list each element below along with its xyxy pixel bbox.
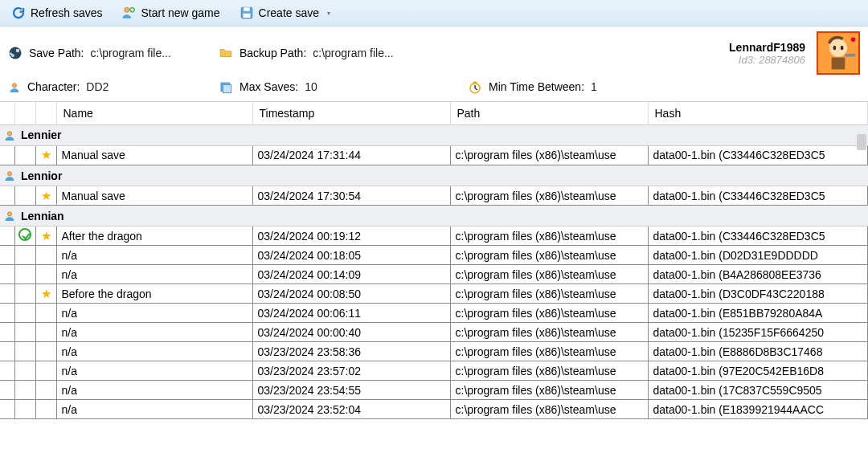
dropdown-arrow-icon[interactable]: ▾ (327, 10, 330, 17)
table-row[interactable]: n/a03/24/2024 00:18:05c:\program files (… (0, 246, 868, 265)
row-timestamp: 03/23/2024 23:58:36 (252, 342, 450, 361)
star-icon: ★ (41, 148, 51, 161)
avatar[interactable] (817, 31, 860, 75)
row-hash: data00-1.bin (D02D31E9DDDDD (648, 246, 868, 265)
row-star-cell[interactable] (35, 381, 56, 400)
group-row[interactable]: Lennior (0, 165, 868, 186)
row-status-cell (14, 304, 35, 323)
col-timestamp-header[interactable]: Timestamp (252, 102, 450, 125)
user-id: Id3: 28874806 (729, 54, 805, 66)
col-spacer-header[interactable] (0, 102, 14, 125)
table-row[interactable]: n/a03/23/2024 23:52:04c:\program files (… (0, 400, 868, 419)
row-hash: data00-1.bin (15235F15F6664250 (648, 323, 868, 342)
svg-point-21 (7, 172, 11, 176)
svg-rect-19 (473, 81, 477, 83)
character-value[interactable]: DD2 (86, 80, 108, 93)
row-timestamp: 03/23/2024 23:52:04 (252, 400, 450, 419)
save-path-value[interactable]: c:\program file... (91, 47, 171, 59)
row-star-cell[interactable]: ★ (35, 226, 56, 246)
col-name-header[interactable]: Name (56, 102, 252, 125)
row-spacer (0, 361, 14, 381)
row-path: c:\program files (x86)\steam\use (450, 186, 648, 206)
saves-table-wrap[interactable]: Name Timestamp Path Hash Lennier★Manual … (0, 101, 868, 461)
refresh-icon (11, 6, 26, 20)
table-row[interactable]: n/a03/23/2024 23:57:02c:\program files (… (0, 361, 868, 381)
table-row[interactable]: ★Before the dragon03/24/2024 00:08:50c:\… (0, 284, 868, 304)
table-row[interactable]: ★After the dragon03/24/2024 00:19:12c:\p… (0, 226, 868, 246)
row-star-cell[interactable]: ★ (35, 284, 56, 304)
table-row[interactable]: n/a03/24/2024 00:14:09c:\program files (… (0, 265, 868, 284)
row-timestamp: 03/24/2024 00:14:09 (252, 265, 450, 284)
row-name: n/a (56, 304, 252, 323)
row-spacer (0, 342, 14, 361)
row-star-cell[interactable] (35, 304, 56, 323)
row-spacer (0, 246, 14, 265)
start-new-game-button[interactable]: Start new game (117, 3, 224, 22)
row-status-cell (14, 145, 35, 165)
row-star-cell[interactable]: ★ (35, 186, 56, 206)
row-timestamp: 03/24/2024 00:08:50 (252, 284, 450, 304)
row-spacer (0, 304, 14, 323)
row-status-cell (14, 265, 35, 284)
svg-point-0 (125, 8, 129, 13)
row-star-cell[interactable] (35, 323, 56, 342)
row-spacer (0, 226, 14, 246)
row-spacer (0, 323, 14, 342)
table-row[interactable]: ★Manual save03/24/2024 17:30:54c:\progra… (0, 186, 868, 206)
table-row[interactable]: n/a03/23/2024 23:54:55c:\program files (… (0, 381, 868, 400)
table-row[interactable]: ★Manual save03/24/2024 17:31:44c:\progra… (0, 145, 868, 165)
col-hash-header[interactable]: Hash (648, 102, 868, 125)
row-star-cell[interactable] (35, 246, 56, 265)
row-hash: data00-1.bin (D3C0DF43C220188 (648, 284, 868, 304)
group-row[interactable]: Lennian (0, 206, 868, 226)
group-row[interactable]: Lennier (0, 124, 868, 145)
row-star-cell[interactable]: ★ (35, 145, 56, 165)
svg-point-6 (16, 49, 20, 53)
table-row[interactable]: n/a03/23/2024 23:58:36c:\program files (… (0, 342, 868, 361)
row-star-cell[interactable] (35, 361, 56, 381)
row-status-cell (14, 342, 35, 361)
row-hash: data00-1.bin (97E20C542EB16D8 (648, 361, 868, 381)
person-icon (8, 80, 21, 94)
row-star-cell[interactable] (35, 342, 56, 361)
col-path-header[interactable]: Path (450, 102, 648, 125)
floppy-icon (240, 6, 254, 20)
min-time-value[interactable]: 1 (591, 80, 597, 93)
create-save-button[interactable]: Create save ▾ (235, 3, 335, 22)
row-spacer (0, 265, 14, 284)
table-row[interactable]: n/a03/24/2024 00:06:11c:\program files (… (0, 304, 868, 323)
svg-rect-4 (243, 14, 250, 18)
backup-path-value[interactable]: c:\program file... (313, 47, 393, 59)
row-spacer (0, 381, 14, 400)
max-saves-value[interactable]: 10 (305, 80, 317, 93)
person-icon (3, 209, 16, 222)
svg-point-15 (12, 84, 16, 88)
refresh-saves-label: Refresh saves (31, 6, 102, 19)
character-label: Character: (27, 80, 80, 93)
refresh-saves-button[interactable]: Refresh saves (6, 3, 107, 22)
row-path: c:\program files (x86)\steam\use (450, 400, 648, 419)
group-title: Lennier (21, 129, 62, 141)
row-path: c:\program files (x86)\steam\use (450, 361, 648, 381)
row-status-cell (14, 361, 35, 381)
table-row[interactable]: n/a03/24/2024 00:00:40c:\program files (… (0, 323, 868, 342)
svg-rect-13 (845, 54, 855, 57)
row-path: c:\program files (x86)\steam\use (450, 265, 648, 284)
row-hash: data00-1.bin (B4A286808EE3736 (648, 265, 868, 284)
row-name: n/a (56, 246, 252, 265)
row-timestamp: 03/24/2024 17:30:54 (252, 186, 450, 206)
row-status-cell (14, 226, 35, 246)
steam-icon (8, 46, 23, 60)
row-star-cell[interactable] (35, 265, 56, 284)
row-name: n/a (56, 400, 252, 419)
scrollbar-thumb[interactable] (857, 134, 866, 150)
stack-icon (219, 80, 233, 94)
col-icon-header[interactable] (14, 102, 35, 125)
check-ok-icon (18, 228, 31, 241)
max-saves-label: Max Saves: (240, 80, 298, 93)
row-status-cell (14, 284, 35, 304)
svg-point-14 (851, 38, 856, 43)
row-star-cell[interactable] (35, 400, 56, 419)
row-timestamp: 03/24/2024 00:06:11 (252, 304, 450, 323)
col-star-header[interactable] (35, 102, 56, 125)
